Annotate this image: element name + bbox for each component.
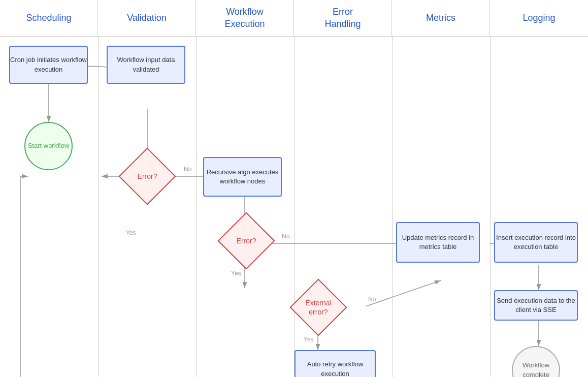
header-logging: Logging bbox=[490, 0, 588, 36]
workflow-complete-node: Workflow complete bbox=[512, 346, 560, 377]
divider-3 bbox=[294, 37, 295, 377]
yes-label-2: Yes bbox=[231, 270, 241, 277]
no-label-1: No bbox=[184, 166, 192, 173]
error1-diamond: Error? bbox=[124, 156, 170, 197]
no-label-2: No bbox=[282, 233, 290, 240]
cron-job-node: Cron job initiates workflow execution bbox=[9, 46, 88, 84]
header-row: Scheduling Validation Workflow Execution… bbox=[0, 0, 588, 37]
no-label-3: No bbox=[368, 296, 376, 303]
body-area: No Yes Yes Yes No No Cron job initiates … bbox=[0, 37, 588, 377]
update-metrics-node: Update metrics record in metrics table bbox=[396, 222, 480, 263]
auto-retry-node: Auto retry workflow execution bbox=[295, 350, 376, 377]
yes-label-3: Yes bbox=[304, 336, 314, 343]
divider-2 bbox=[196, 37, 197, 377]
insert-execution-node: Insert execution record into execution t… bbox=[494, 222, 578, 263]
start-workflow-node: Start workflow bbox=[24, 122, 73, 170]
recursive-algo-node: Recursive algo executes workflow nodes bbox=[203, 157, 282, 197]
yes-label-1: Yes bbox=[126, 229, 136, 236]
header-error: Error Handling bbox=[294, 0, 392, 36]
external-error-diamond: External error? bbox=[296, 287, 341, 328]
divider-4 bbox=[392, 37, 393, 377]
input-validated-node: Workflow input data validated bbox=[107, 46, 185, 84]
error2-diamond: Error? bbox=[223, 221, 269, 261]
send-execution-node: Send execution data to the client via SS… bbox=[494, 290, 578, 321]
divider-1 bbox=[98, 37, 99, 377]
header-scheduling: Scheduling bbox=[0, 0, 98, 36]
divider-5 bbox=[490, 37, 491, 377]
header-workflow: Workflow Execution bbox=[196, 0, 294, 36]
header-validation: Validation bbox=[98, 0, 196, 36]
header-metrics: Metrics bbox=[392, 0, 490, 36]
diagram-container: Scheduling Validation Workflow Execution… bbox=[0, 0, 588, 377]
